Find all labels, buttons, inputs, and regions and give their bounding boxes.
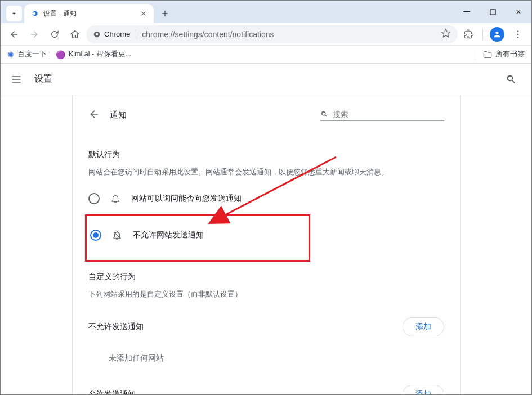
arrow-left-icon <box>9 29 19 39</box>
window-minimize-button[interactable] <box>454 1 480 23</box>
settings-content-card: 通知 默认行为 网站会在您访问时自动采用此设置。网站通常会发送通知，以便您知悉重… <box>72 95 461 394</box>
new-tab-button[interactable] <box>157 6 173 21</box>
paw-icon: ✺ <box>7 50 14 59</box>
arrow-left-icon <box>88 109 100 120</box>
bookmark-star-button[interactable] <box>441 28 451 40</box>
more-vert-icon <box>513 29 523 39</box>
close-icon <box>515 8 522 15</box>
settings-header: 设置 <box>1 64 531 95</box>
hamburger-icon <box>11 74 22 85</box>
separator <box>482 29 483 40</box>
arrow-right-icon <box>29 29 39 39</box>
radio-sites-can-ask[interactable]: 网站可以询问能否向您发送通知 <box>88 187 444 210</box>
bookmark-item-baidu[interactable]: ✺ 百度一下 <box>7 50 47 59</box>
default-behavior-desc: 网站会在您访问时自动采用此设置。网站通常会发送通知，以便您知悉重大新闻或聊天消息… <box>88 167 444 178</box>
block-list-title: 不允许发送通知 <box>88 322 144 332</box>
nav-back-button[interactable] <box>5 25 23 43</box>
allow-list-title: 允许发送通知 <box>88 389 136 394</box>
bookmarks-bar: ✺ 百度一下 🟣 Kimi.ai - 帮你看更... 所有书签 <box>1 46 531 64</box>
home-icon <box>70 29 80 39</box>
add-allow-site-button[interactable]: 添加 <box>403 385 444 394</box>
nav-forward-button[interactable] <box>25 25 43 43</box>
all-bookmarks-label: 所有书签 <box>495 50 525 59</box>
svg-rect-1 <box>490 9 495 14</box>
bell-off-icon <box>111 230 123 240</box>
in-page-search-field[interactable] <box>320 110 444 121</box>
bookmark-label: Kimi.ai - 帮你看更... <box>69 50 131 59</box>
settings-search-button[interactable] <box>500 74 522 85</box>
search-input[interactable] <box>333 110 444 119</box>
radio-label: 网站可以询问能否向您发送通知 <box>131 194 242 204</box>
folder-icon <box>483 50 492 59</box>
profile-button[interactable] <box>490 27 504 42</box>
tab-search-button[interactable] <box>6 6 22 21</box>
tab-title: 设置 - 通知 <box>43 9 135 19</box>
radio-block-notifications[interactable]: 不允许网站发送通知 <box>88 224 307 246</box>
site-chip-label: Chrome <box>104 30 130 38</box>
search-icon <box>320 110 328 119</box>
url-text: chrome://settings/content/notifications <box>142 30 274 39</box>
reload-icon <box>50 29 60 39</box>
maximize-icon <box>490 9 496 15</box>
add-block-site-button[interactable]: 添加 <box>403 317 444 336</box>
highlight-box: 不允许网站发送通知 <box>85 214 310 262</box>
browser-tab-active[interactable]: 设置 - 通知 <box>24 4 154 23</box>
gear-icon <box>30 9 39 18</box>
settings-app-title: 设置 <box>34 73 52 85</box>
radio-icon-selected <box>90 230 101 241</box>
nav-home-button[interactable] <box>66 25 84 43</box>
nav-reload-button[interactable] <box>46 25 64 43</box>
tab-close-button[interactable] <box>139 9 148 18</box>
allow-list-header: 允许发送通知 添加 <box>88 377 444 394</box>
svg-point-4 <box>517 30 519 32</box>
separator <box>136 29 136 39</box>
chevron-down-icon <box>10 10 18 17</box>
window-controls <box>454 1 531 23</box>
block-list-header: 不允许发送通知 添加 <box>88 309 444 344</box>
puzzle-icon <box>464 29 474 39</box>
settings-menu-button[interactable] <box>10 74 23 85</box>
bookmark-label: 百度一下 <box>17 50 47 59</box>
radio-label: 不允许网站发送通知 <box>133 230 204 240</box>
chrome-icon <box>93 30 101 38</box>
search-icon <box>506 74 517 85</box>
all-bookmarks-button[interactable]: 所有书签 <box>475 50 525 59</box>
close-icon <box>140 10 147 17</box>
browser-menu-button[interactable] <box>509 25 527 43</box>
svg-point-6 <box>517 36 519 38</box>
svg-rect-0 <box>463 11 470 12</box>
svg-point-5 <box>517 33 519 35</box>
window-maximize-button[interactable] <box>480 1 506 23</box>
svg-point-3 <box>96 33 99 35</box>
block-list-empty: 未添加任何网站 <box>88 344 444 377</box>
bell-icon <box>110 194 121 204</box>
settings-back-button[interactable] <box>88 109 100 122</box>
page-title: 通知 <box>110 110 127 120</box>
extensions-button[interactable] <box>460 25 478 43</box>
plus-icon <box>160 9 169 18</box>
minimize-icon <box>463 8 470 15</box>
emoji-icon: 🟣 <box>56 50 65 59</box>
window-close-button[interactable] <box>506 1 531 23</box>
radio-icon <box>88 193 100 204</box>
custom-behavior-heading: 自定义的行为 <box>88 272 444 282</box>
browser-toolbar: Chrome chrome://settings/content/notific… <box>1 23 531 46</box>
address-bar[interactable]: Chrome chrome://settings/content/notific… <box>86 25 458 43</box>
default-behavior-heading: 默认行为 <box>88 150 444 160</box>
browser-titlebar: 设置 - 通知 <box>1 1 531 23</box>
person-icon <box>493 30 502 39</box>
custom-behavior-desc: 下列网站采用的是自定义设置（而非默认设置） <box>88 289 444 300</box>
tab-strip: 设置 - 通知 <box>1 1 173 23</box>
bookmark-item-kimi[interactable]: 🟣 Kimi.ai - 帮你看更... <box>56 50 131 59</box>
site-chip: Chrome <box>93 30 130 38</box>
star-icon <box>441 28 451 38</box>
